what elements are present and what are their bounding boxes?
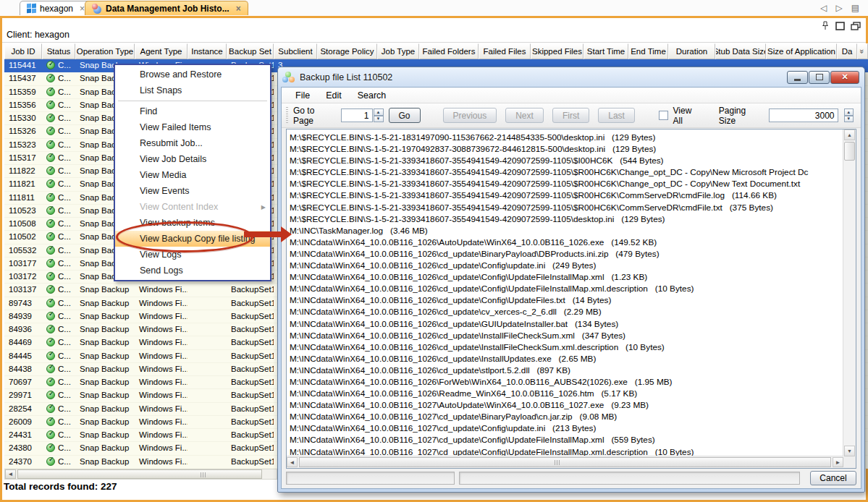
- menu-file[interactable]: File: [289, 89, 316, 102]
- dialog-titlebar[interactable]: Backup file List 110502 ✕: [281, 67, 861, 87]
- file-entry[interactable]: M:\INCdata\WinX64_10.0.0B116_1026\cd_upd…: [290, 294, 841, 306]
- file-entry[interactable]: M:\INCdata\WinX64_10.0.0B116_1026\cd_upd…: [290, 271, 841, 283]
- close-icon[interactable]: ×: [236, 5, 241, 12]
- file-entry[interactable]: M:\$RECYCLE.BIN\S-1-5-21-3393418607-3554…: [290, 178, 841, 190]
- tab-data-management-job-history[interactable]: Data Management Job Histo... ×: [85, 1, 248, 15]
- view-all-checkbox[interactable]: [659, 111, 668, 120]
- file-entry[interactable]: M:\INCdata\WinX64_10.0.0B116_1026\Readme…: [290, 388, 841, 399]
- column-header[interactable]: Backup Set: [227, 43, 274, 59]
- file-entry[interactable]: M:\INCdata\WinX64_10.0.0B116_1027\cd_upd…: [290, 411, 841, 422]
- scrollbar-thumb[interactable]: [17, 469, 262, 479]
- tab-scroll-left-icon[interactable]: ◁: [820, 3, 827, 13]
- column-header[interactable]: End Time: [628, 43, 668, 59]
- column-header[interactable]: Instance: [187, 43, 227, 59]
- file-entry[interactable]: M:\INCdata\WinX64_10.0.0B116_1026\cd_upd…: [290, 353, 841, 365]
- column-header[interactable]: Job Type: [377, 43, 419, 59]
- menu-item[interactable]: View Failed Items: [115, 119, 270, 135]
- file-entry[interactable]: M:\INCdata\WinX64_10.0.0B116_1026\AutoUp…: [290, 237, 841, 248]
- file-entry[interactable]: M:\INCdata\WinX64_10.0.0B116_1027\AutoUp…: [290, 399, 841, 411]
- scroll-down-icon[interactable]: ▼: [844, 446, 855, 456]
- file-entry[interactable]: M:\INCdata\WinX64_10.0.0B116_1026\cd_upd…: [290, 330, 841, 341]
- file-entry[interactable]: M:\INCdata\WinX64_10.0.0B116_1027\cd_upd…: [290, 434, 841, 446]
- scrollbar-thumb[interactable]: [299, 457, 831, 467]
- file-entry[interactable]: M:\INC\TaskManager.log (3.46 MB): [290, 225, 841, 237]
- column-header[interactable]: Agent Type: [135, 43, 187, 59]
- nav-button[interactable]: Last: [598, 108, 635, 123]
- pin-icon[interactable]: [821, 21, 830, 30]
- status-success-icon: [46, 153, 55, 162]
- file-entry[interactable]: M:\$RECYCLE.BIN\S-1-5-21-1970492837-3088…: [290, 143, 841, 155]
- column-header[interactable]: Storage Policy: [317, 43, 377, 59]
- menu-item[interactable]: View Media: [115, 167, 270, 183]
- file-entry[interactable]: M:\INCdata\WinX64_10.0.0B116_1026\cd_upd…: [290, 306, 841, 318]
- menu-item[interactable]: View Events: [115, 183, 270, 199]
- column-header[interactable]: Skipped Files: [531, 43, 583, 59]
- restore-icon[interactable]: [851, 22, 861, 30]
- file-entry[interactable]: M:\INCdata\WinX64_10.0.0B116_1026\cd_upd…: [290, 318, 841, 330]
- column-header[interactable]: Duration: [668, 43, 715, 59]
- file-list-vertical-scrollbar[interactable]: ▲ ▼: [843, 129, 856, 456]
- file-entry[interactable]: M:\$RECYCLE.BIN\S-1-5-21-3393418607-3554…: [290, 190, 841, 201]
- file-entry[interactable]: M:\INCdata\WinX64_10.0.0B116_1027\cd_upd…: [290, 422, 841, 434]
- column-header[interactable]: Status: [42, 43, 75, 59]
- maximize-icon[interactable]: [835, 22, 845, 30]
- spinner-down-icon[interactable]: ▼: [844, 116, 854, 123]
- menu-item[interactable]: Browse and Restore: [115, 67, 270, 82]
- file-entry[interactable]: M:\INCdata\WinX64_10.0.0B116_1026\cd_upd…: [290, 341, 841, 353]
- column-header[interactable]: Failed Files: [479, 43, 531, 59]
- file-entry[interactable]: M:\INCdata\WinX64_10.0.0B116_1026\cd_upd…: [290, 283, 841, 294]
- column-header[interactable]: Start Time: [583, 43, 628, 59]
- scroll-up-icon[interactable]: ▲: [844, 129, 855, 140]
- page-number-input[interactable]: [341, 109, 373, 122]
- spinner-down-icon[interactable]: ▼: [374, 116, 384, 123]
- nav-button[interactable]: First: [552, 108, 589, 123]
- file-entry[interactable]: M:\$RECYCLE.BIN\S-1-5-21-3393418607-3554…: [290, 213, 841, 225]
- menu-item[interactable]: View Job Details: [115, 151, 270, 167]
- menu-search[interactable]: Search: [351, 89, 393, 102]
- restore-icon[interactable]: [809, 71, 830, 84]
- scroll-left-icon[interactable]: ◄: [5, 469, 16, 479]
- column-header[interactable]: Failed Folders: [419, 43, 479, 59]
- menu-edit[interactable]: Edit: [319, 89, 348, 102]
- scroll-right-icon[interactable]: ►: [833, 457, 843, 467]
- file-entry[interactable]: M:\$RECYCLE.BIN\S-1-5-21-1831497090-1153…: [290, 132, 841, 143]
- column-header[interactable]: Subclient: [274, 43, 317, 59]
- file-entry[interactable]: M:\INCdata\WinX64_10.0.0B116_1027\cd_upd…: [290, 446, 841, 456]
- scrollbar-thumb[interactable]: [844, 142, 855, 161]
- tab-list-icon[interactable]: ▤: [851, 3, 859, 13]
- file-entry[interactable]: M:\INCdata\WinX64_10.0.0B116_1026\cd_upd…: [290, 248, 841, 260]
- cancel-button[interactable]: Cancel: [810, 471, 856, 485]
- tab-hexagon[interactable]: hexagon ×: [20, 1, 92, 15]
- file-entry[interactable]: M:\INCdata\WinX64_10.0.0B116_1026\cd_upd…: [290, 260, 841, 271]
- spinner-up-icon[interactable]: ▲: [844, 109, 854, 116]
- column-header[interactable]: Da: [837, 43, 857, 59]
- menu-item[interactable]: List Snaps: [115, 82, 270, 98]
- menu-item[interactable]: Find: [115, 103, 270, 119]
- file-entry[interactable]: M:\INCdata\WinX64_10.0.0B116_1026\cd_upd…: [290, 365, 841, 376]
- menu-item[interactable]: Send Logs: [115, 263, 270, 278]
- close-icon[interactable]: ×: [80, 5, 85, 12]
- column-header[interactable]: Stub Data Size: [715, 43, 766, 59]
- table-horizontal-scrollbar[interactable]: ◄: [4, 469, 277, 480]
- minimize-icon[interactable]: [787, 71, 808, 84]
- menu-item[interactable]: Resubmit Job...: [115, 135, 270, 151]
- paging-size-input[interactable]: [769, 109, 838, 122]
- file-entry[interactable]: M:\$RECYCLE.BIN\S-1-5-21-3393418607-3554…: [290, 166, 841, 178]
- chevron-down-icon[interactable]: »: [857, 43, 868, 59]
- nav-button[interactable]: Next: [505, 108, 544, 123]
- spinner-up-icon[interactable]: ▲: [374, 109, 384, 116]
- close-icon[interactable]: ✕: [830, 71, 859, 84]
- file-entry[interactable]: M:\$RECYCLE.BIN\S-1-5-21-3393418607-3554…: [290, 155, 841, 166]
- go-button[interactable]: Go: [389, 108, 421, 123]
- nav-button[interactable]: Previous: [443, 108, 497, 123]
- column-header[interactable]: Size of Application: [766, 43, 837, 59]
- backup-file-list-dialog: Backup file List 110502 ✕ File Edit Sear…: [277, 67, 865, 493]
- scroll-left-icon[interactable]: ◄: [287, 457, 298, 467]
- file-entry[interactable]: M:\$RECYCLE.BIN\S-1-5-21-3393418607-3554…: [290, 202, 841, 213]
- file-list-horizontal-scrollbar[interactable]: ◄ ►: [287, 456, 843, 468]
- column-header[interactable]: Operation Type: [75, 43, 135, 59]
- column-header[interactable]: Job ID: [4, 43, 42, 59]
- tab-scroll-right-icon[interactable]: ▷: [835, 3, 842, 13]
- menu-item[interactable]: View Content Index▶: [115, 199, 270, 215]
- file-entry[interactable]: M:\INCdata\WinX64_10.0.0B116_1026\ForWeb…: [290, 376, 841, 388]
